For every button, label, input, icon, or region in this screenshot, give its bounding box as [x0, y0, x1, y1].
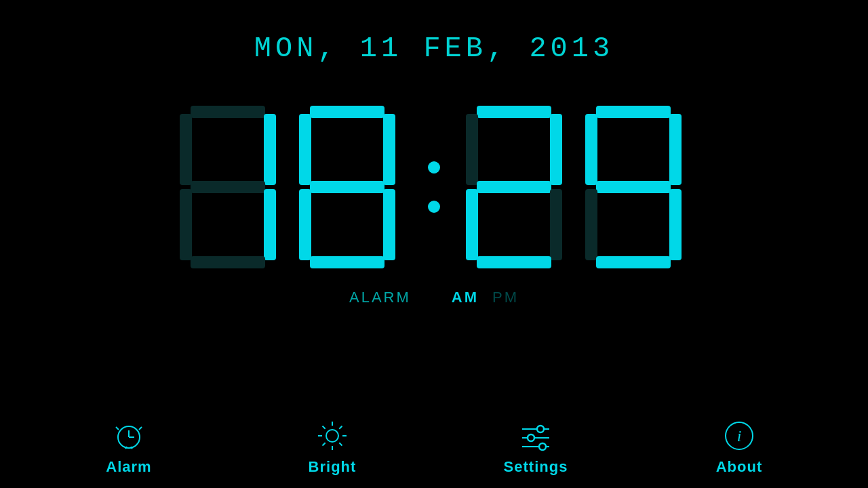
- svg-point-17: [537, 426, 544, 432]
- svg-point-21: [539, 443, 546, 450]
- about-nav-label: About: [716, 458, 763, 476]
- svg-line-1: [116, 427, 119, 430]
- svg-point-7: [326, 430, 338, 442]
- nav-alarm[interactable]: Alarm: [68, 419, 190, 476]
- date-display: MON, 11 FEB, 2013: [254, 33, 614, 65]
- alarm-icon: [112, 419, 146, 453]
- alarm-label: ALARM: [349, 289, 411, 306]
- nav-bright[interactable]: Bright: [271, 419, 393, 476]
- svg-line-13: [339, 443, 342, 445]
- hour-tens-digit: [177, 106, 285, 268]
- hour-ones-digit: [296, 106, 405, 268]
- bottom-nav: Alarm Bright: [0, 407, 868, 488]
- status-row: ALARM AM PM: [349, 289, 519, 306]
- clock-display: [172, 106, 696, 268]
- svg-point-19: [528, 434, 534, 441]
- minute-ones-digit: [583, 106, 691, 268]
- minute-tens-digit: [463, 106, 572, 268]
- svg-line-2: [139, 427, 142, 430]
- bright-icon: [315, 419, 349, 453]
- svg-text:i: i: [737, 427, 742, 445]
- svg-line-12: [323, 426, 326, 429]
- time-colon: [417, 106, 451, 268]
- settings-icon: [519, 419, 553, 453]
- svg-line-15: [323, 443, 326, 445]
- am-label[interactable]: AM: [452, 289, 479, 306]
- alarm-nav-label: Alarm: [106, 458, 151, 476]
- settings-nav-label: Settings: [504, 458, 568, 476]
- bright-nav-label: Bright: [309, 458, 357, 476]
- pm-label[interactable]: PM: [492, 289, 519, 306]
- about-icon: i: [722, 419, 756, 453]
- am-pm-group: AM PM: [452, 289, 519, 306]
- svg-line-14: [339, 426, 342, 429]
- nav-about[interactable]: i About: [678, 419, 800, 476]
- nav-settings[interactable]: Settings: [475, 419, 597, 476]
